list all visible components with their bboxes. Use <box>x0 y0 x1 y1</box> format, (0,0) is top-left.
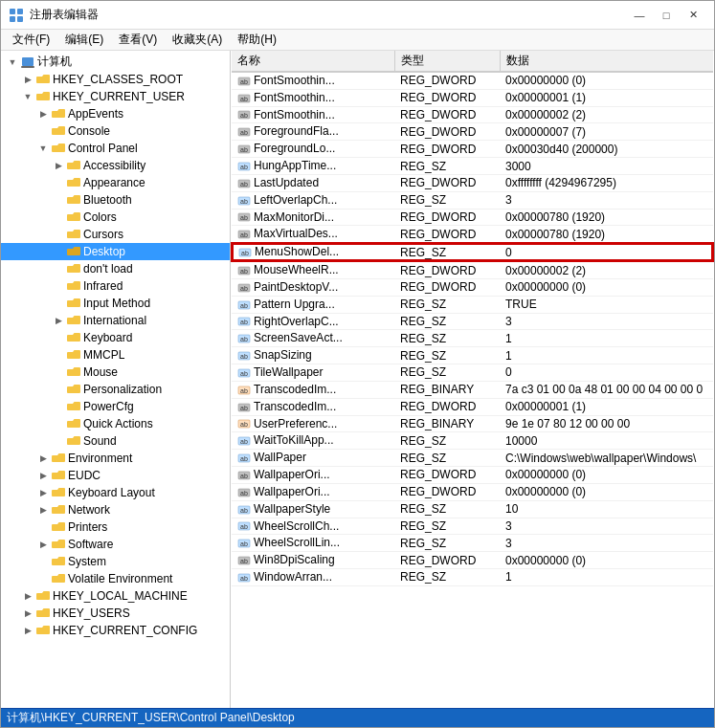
expand-icon-hkcr[interactable]: ▶ <box>20 72 35 87</box>
expand-icon-quickactions[interactable] <box>51 416 66 431</box>
table-row[interactable]: abTranscodedIm...REG_DWORD0x00000001 (1) <box>232 398 713 415</box>
table-row[interactable]: abScreenSaveAct...REG_SZ1 <box>232 330 713 347</box>
tree-item-sound[interactable]: Sound <box>1 432 230 450</box>
expand-icon-volatileenv[interactable] <box>35 571 51 586</box>
menu-favorites[interactable]: 收藏夹(A) <box>165 30 230 50</box>
tree-item-bluetooth[interactable]: Bluetooth <box>1 191 230 209</box>
expand-icon-appevents[interactable]: ▶ <box>35 106 51 121</box>
expand-icon-keyboardlayout[interactable]: ▶ <box>35 485 51 500</box>
expand-icon-computer[interactable]: ▼ <box>5 55 20 70</box>
registry-table[interactable]: 名称 类型 数据 abFontSmoothin...REG_DWORD0x000… <box>231 51 714 708</box>
table-row[interactable]: abSnapSizingREG_SZ1 <box>232 347 713 364</box>
tree-item-system[interactable]: System <box>1 553 230 570</box>
tree-item-network[interactable]: ▶Network <box>1 501 230 518</box>
table-row[interactable]: abWaitToKillApp...REG_SZ10000 <box>232 432 713 450</box>
expand-icon-appearance[interactable] <box>51 175 66 190</box>
expand-icon-hku[interactable]: ▶ <box>20 606 35 621</box>
expand-icon-printers[interactable] <box>35 519 51 535</box>
tree-item-inputmethod[interactable]: Input Method <box>1 295 230 312</box>
table-row[interactable]: abWallpaperOri...REG_DWORD0x00000000 (0) <box>232 483 713 500</box>
expand-icon-hklm[interactable]: ▶ <box>20 588 35 604</box>
table-row[interactable]: abWallPaperREG_SZC:\Windows\web\wallpape… <box>232 450 713 467</box>
tree-item-software[interactable]: ▶Software <box>1 536 230 553</box>
close-button[interactable]: ✕ <box>680 6 706 25</box>
tree-item-appevents[interactable]: ▶AppEvents <box>1 105 230 122</box>
expand-icon-system[interactable] <box>35 554 51 569</box>
tree-panel[interactable]: ▼计算机▶HKEY_CLASSES_ROOT▼HKEY_CURRENT_USER… <box>1 51 231 708</box>
tree-item-volatileenv[interactable]: Volatile Environment <box>1 570 230 587</box>
expand-icon-hkcu[interactable]: ▼ <box>20 89 35 104</box>
expand-icon-keyboard[interactable] <box>51 330 66 345</box>
expand-icon-sound[interactable] <box>51 433 66 449</box>
table-row[interactable]: abWheelScrollLin...REG_SZ3 <box>232 535 713 552</box>
header-data[interactable]: 数据 <box>500 51 713 72</box>
tree-item-desktop[interactable]: Desktop <box>1 243 230 260</box>
tree-item-hkcu[interactable]: ▼HKEY_CURRENT_USER <box>1 88 230 105</box>
table-row[interactable]: abTranscodedIm...REG_BINARY7a c3 01 00 0… <box>232 381 713 398</box>
table-row[interactable]: abForegroundFla...REG_DWORD0x00000007 (7… <box>232 123 713 141</box>
expand-icon-software[interactable]: ▶ <box>35 537 51 552</box>
expand-icon-eudc[interactable]: ▶ <box>35 468 51 483</box>
tree-item-colors[interactable]: Colors <box>1 209 230 226</box>
expand-icon-controlpanel[interactable]: ▼ <box>35 141 51 156</box>
table-row[interactable]: abTileWallpaperREG_SZ0 <box>232 364 713 382</box>
table-row[interactable]: abFontSmoothin...REG_DWORD0x00000002 (2) <box>232 106 713 123</box>
tree-item-powercfg[interactable]: PowerCfg <box>1 398 230 415</box>
tree-item-keyboard[interactable]: Keyboard <box>1 329 230 346</box>
table-row[interactable]: abMaxMonitorDi...REG_DWORD0x00000780 (19… <box>232 209 713 226</box>
table-row[interactable]: abMaxVirtualDes...REG_DWORD0x00000780 (1… <box>232 226 713 243</box>
table-row[interactable]: abPaintDesktopV...REG_DWORD0x00000000 (0… <box>232 278 713 296</box>
expand-icon-cursors[interactable] <box>51 227 66 242</box>
tree-item-cursors[interactable]: Cursors <box>1 226 230 243</box>
expand-icon-international[interactable]: ▶ <box>51 313 66 328</box>
expand-icon-network[interactable]: ▶ <box>35 502 51 518</box>
table-row[interactable]: abMenuShowDel...REG_SZ0 <box>232 243 713 261</box>
expand-icon-environment[interactable]: ▶ <box>35 451 51 466</box>
maximize-button[interactable]: □ <box>653 6 680 25</box>
table-row[interactable]: abWin8DpiScalingREG_DWORD0x00000000 (0) <box>232 552 713 569</box>
expand-icon-mouse[interactable] <box>51 364 66 380</box>
expand-icon-inputmethod[interactable] <box>51 296 66 311</box>
tree-item-appearance[interactable]: Appearance <box>1 174 230 191</box>
tree-item-personalization[interactable]: Personalization <box>1 381 230 398</box>
header-name[interactable]: 名称 <box>232 51 394 72</box>
table-row[interactable]: abLeftOverlapCh...REG_SZ3 <box>232 191 713 209</box>
tree-item-quickactions[interactable]: Quick Actions <box>1 415 230 432</box>
table-row[interactable]: abForegroundLo...REG_DWORD0x00030d40 (20… <box>232 141 713 158</box>
tree-item-printers[interactable]: Printers <box>1 518 230 536</box>
expand-icon-hkcc[interactable]: ▶ <box>20 623 35 638</box>
expand-icon-dontload[interactable] <box>51 261 66 276</box>
menu-edit[interactable]: 编辑(E) <box>57 30 111 50</box>
table-row[interactable]: abMouseWheelR...REG_DWORD0x00000002 (2) <box>232 261 713 278</box>
tree-item-eudc[interactable]: ▶EUDC <box>1 467 230 484</box>
table-row[interactable]: abFontSmoothin...REG_DWORD0x00000000 (0) <box>232 72 713 89</box>
tree-item-mmcpl[interactable]: MMCPL <box>1 346 230 364</box>
tree-item-international[interactable]: ▶International <box>1 312 230 329</box>
table-row[interactable]: abPattern Upgra...REG_SZTRUE <box>232 296 713 313</box>
expand-icon-desktop[interactable] <box>51 244 66 259</box>
tree-item-hkcc[interactable]: ▶HKEY_CURRENT_CONFIG <box>1 622 230 639</box>
tree-item-controlpanel[interactable]: ▼Control Panel <box>1 140 230 157</box>
header-type[interactable]: 类型 <box>394 51 500 72</box>
tree-item-infrared[interactable]: Infrared <box>1 277 230 295</box>
table-row[interactable]: abWheelScrollCh...REG_SZ3 <box>232 518 713 535</box>
minimize-button[interactable]: — <box>626 6 653 25</box>
table-row[interactable]: abFontSmoothin...REG_DWORD0x00000001 (1) <box>232 89 713 106</box>
table-row[interactable]: abWallpaperOri...REG_DWORD0x00000000 (0) <box>232 467 713 484</box>
expand-icon-personalization[interactable] <box>51 382 66 397</box>
tree-item-hku[interactable]: ▶HKEY_USERS <box>1 605 230 622</box>
tree-item-mouse[interactable]: Mouse <box>1 364 230 381</box>
tree-item-dontload[interactable]: don't load <box>1 260 230 277</box>
tree-item-keyboardlayout[interactable]: ▶Keyboard Layout <box>1 484 230 501</box>
menu-file[interactable]: 文件(F) <box>5 30 57 50</box>
table-row[interactable]: abLastUpdatedREG_DWORD0xffffffff (429496… <box>232 174 713 191</box>
tree-item-hklm[interactable]: ▶HKEY_LOCAL_MACHINE <box>1 587 230 605</box>
expand-icon-accessibility[interactable]: ▶ <box>51 158 66 173</box>
tree-item-computer[interactable]: ▼计算机 <box>1 53 230 71</box>
expand-icon-infrared[interactable] <box>51 278 66 294</box>
table-row[interactable]: abHungAppTime...REG_SZ3000 <box>232 158 713 175</box>
tree-item-hkcr[interactable]: ▶HKEY_CLASSES_ROOT <box>1 71 230 88</box>
expand-icon-colors[interactable] <box>51 210 66 225</box>
tree-item-environment[interactable]: ▶Environment <box>1 450 230 467</box>
tree-item-accessibility[interactable]: ▶Accessibility <box>1 157 230 174</box>
